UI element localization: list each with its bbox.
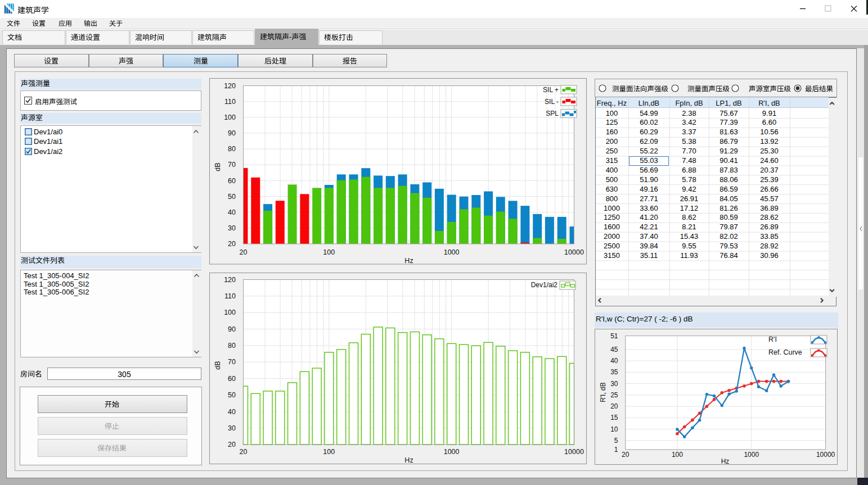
svg-text:90: 90: [228, 325, 236, 333]
svg-text:5: 5: [614, 437, 618, 445]
svg-text:10000: 10000: [564, 448, 584, 456]
svg-text:35: 35: [610, 368, 618, 376]
svg-text:40: 40: [610, 357, 618, 365]
svg-text:80: 80: [228, 342, 236, 350]
svg-text:30: 30: [228, 224, 236, 232]
svg-text:60: 60: [228, 375, 236, 383]
svg-text:R'I: R'I: [768, 336, 777, 343]
svg-text:10: 10: [610, 425, 618, 433]
svg-text:R'I, dB: R'I, dB: [599, 382, 607, 402]
svg-text:100: 100: [323, 448, 335, 456]
svg-text:Ref. Curve: Ref. Curve: [768, 348, 802, 356]
svg-text:50: 50: [228, 193, 236, 201]
svg-text:Hz: Hz: [721, 457, 730, 465]
svg-text:15: 15: [610, 414, 618, 421]
svg-text:1000: 1000: [444, 248, 460, 256]
svg-text:100: 100: [224, 309, 236, 316]
svg-text:1: 1: [614, 446, 618, 454]
svg-text:25: 25: [610, 391, 618, 399]
svg-text:100: 100: [224, 114, 236, 121]
svg-text:100: 100: [323, 248, 335, 256]
svg-text:1000: 1000: [444, 448, 460, 456]
svg-text:40: 40: [228, 408, 236, 416]
svg-text:20: 20: [228, 441, 236, 448]
svg-text:20: 20: [228, 240, 236, 248]
svg-text:Hz: Hz: [404, 257, 413, 265]
svg-text:dB: dB: [214, 162, 222, 171]
svg-text:20: 20: [240, 448, 248, 456]
svg-text:10000: 10000: [816, 451, 835, 459]
svg-text:SIL -: SIL -: [545, 98, 559, 106]
svg-text:1000: 1000: [744, 451, 759, 459]
svg-text:Dev1/ai2: Dev1/ai2: [531, 281, 558, 289]
svg-text:70: 70: [228, 358, 236, 366]
svg-text:110: 110: [224, 98, 236, 106]
svg-text:70: 70: [228, 161, 236, 169]
svg-text:30: 30: [228, 424, 236, 432]
svg-text:80: 80: [228, 145, 236, 153]
svg-text:90: 90: [228, 129, 236, 137]
svg-text:50: 50: [228, 391, 236, 399]
svg-text:30: 30: [610, 380, 618, 388]
svg-text:120: 120: [224, 82, 236, 90]
svg-text:SPL: SPL: [546, 110, 559, 117]
svg-text:51: 51: [610, 332, 618, 340]
svg-text:Hz: Hz: [404, 456, 413, 464]
svg-text:SIL +: SIL +: [543, 86, 559, 94]
svg-text:20: 20: [610, 402, 618, 410]
svg-text:100: 100: [672, 451, 683, 459]
svg-text:20: 20: [240, 248, 248, 256]
svg-text:dB: dB: [214, 361, 222, 369]
svg-text:60: 60: [228, 177, 236, 185]
svg-text:40: 40: [228, 208, 236, 216]
svg-text:10000: 10000: [564, 248, 584, 256]
svg-text:120: 120: [224, 276, 236, 284]
svg-text:110: 110: [224, 292, 236, 300]
svg-text:20: 20: [622, 451, 629, 459]
svg-text:45: 45: [610, 346, 618, 353]
